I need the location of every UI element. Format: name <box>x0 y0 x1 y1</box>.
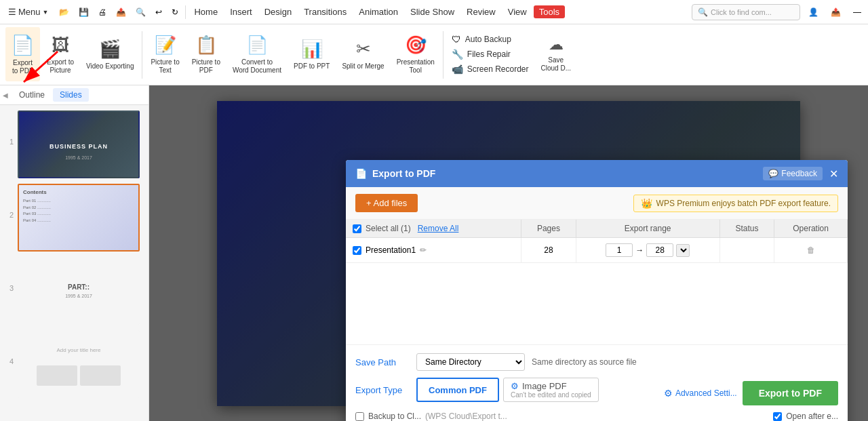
share-btn[interactable]: 📤 <box>827 5 845 20</box>
auto-backup-icon: 🛡 <box>452 34 461 45</box>
menu-review[interactable]: Review <box>461 4 501 20</box>
export-type-options: Common PDF ⚙ Image PDF Can't be edited a… <box>416 378 599 402</box>
files-repair-row[interactable]: 🔧 Files Repair <box>449 47 532 61</box>
slide-num-1: 1 <box>5 111 14 146</box>
auto-backup-row[interactable]: 🛡 Auto Backup <box>449 33 532 46</box>
advanced-label: Advanced Setti... <box>675 388 737 398</box>
open-after-checkbox[interactable] <box>773 412 782 421</box>
screen-recorder-row[interactable]: 📹 Screen Recorder <box>449 62 532 76</box>
col-pages: Pages <box>521 220 576 238</box>
toolbar-video-exporting[interactable]: 🎬 Video Exporting <box>81 27 139 81</box>
status-cell <box>719 238 774 263</box>
file-name-cell: Presentation1 ✏ <box>353 245 514 255</box>
image-pdf-label: Image PDF <box>522 381 567 391</box>
toolbar: 📄 Exportto PDF 🖼 Export toPicture 🎬 Vide… <box>0 24 868 85</box>
minimize-btn[interactable]: — <box>849 5 865 20</box>
slide-item-2[interactable]: 2 Contents Part 01 ............ Part 02 … <box>5 184 143 252</box>
range-to-input[interactable]: 28 <box>646 243 673 257</box>
pres-tool-label: PresentationTool <box>397 58 435 75</box>
export-btn2[interactable]: 📤 <box>112 5 130 20</box>
menu-animation[interactable]: Animation <box>353 4 403 20</box>
slide-item-4[interactable]: 4 Add your title here <box>5 330 143 398</box>
review-btn[interactable]: 🔍 <box>132 5 150 20</box>
pic-to-pdf-label: Picture toPDF <box>192 58 220 75</box>
toolbar-convert-to-word[interactable]: 📄 Convert toWord Document <box>227 27 287 81</box>
feedback-btn[interactable]: 💬 Feedback <box>763 167 823 180</box>
save-path-label: Save Path <box>355 357 410 367</box>
menu-view[interactable]: View <box>502 4 532 20</box>
advanced-settings-btn[interactable]: ⚙ Advanced Setti... <box>664 388 737 399</box>
range-from-input[interactable]: 1 <box>606 243 633 257</box>
add-files-btn[interactable]: + Add files <box>355 194 418 212</box>
image-pdf-gear: ⚙ <box>511 381 519 391</box>
slide-item-3[interactable]: 3 PART:: 1995 & 2017 <box>5 257 143 325</box>
screen-recorder-icon: 📹 <box>452 64 463 75</box>
feedback-label: Feedback <box>781 169 817 178</box>
edit-icon[interactable]: ✏ <box>420 245 427 255</box>
image-pdf-option[interactable]: ⚙ Image PDF Can't be edited and copied <box>503 378 599 402</box>
range-arrow: → <box>635 245 644 255</box>
select-all-checkbox[interactable] <box>353 224 361 233</box>
menu-icon: ☰ <box>8 7 16 17</box>
range-dropdown[interactable]: ▼ <box>676 244 690 257</box>
auto-backup-label: Auto Backup <box>465 35 511 44</box>
file-checkbox[interactable] <box>353 246 361 255</box>
export-pdf-label: Exportto PDF <box>12 59 33 75</box>
common-pdf-btn[interactable]: Common PDF <box>416 378 499 402</box>
save-btn[interactable]: 💾 <box>75 5 93 20</box>
file-pages-cell: 28 <box>521 238 576 263</box>
user-icon-btn[interactable]: 👤 <box>804 5 823 20</box>
pres-tool-icon: 🎯 <box>405 35 427 56</box>
slide-list: 1 BUSINESS PLAN 1995 & 2017 2 Contents P… <box>0 105 149 403</box>
tab-outline[interactable]: Outline <box>12 88 52 102</box>
slide-item-1[interactable]: 1 BUSINESS PLAN 1995 & 2017 <box>5 111 143 178</box>
tab-slides[interactable]: Slides <box>53 88 89 102</box>
menu-chevron-icon: ▼ <box>43 9 49 16</box>
redo-btn[interactable]: ↻ <box>167 5 182 20</box>
table-row: Presentation1 ✏ 28 1 → 28 ▼ <box>346 238 848 263</box>
dialog-title-text: Export to PDF <box>372 168 435 179</box>
export-pdf-icon: 📄 <box>11 34 35 56</box>
export-type-label: Export Type <box>355 385 410 395</box>
remove-all-btn[interactable]: Remove All <box>418 224 459 233</box>
open-after-item: Open after e... <box>773 412 838 421</box>
menu-home[interactable]: Home <box>189 4 223 20</box>
toolbar-picture-to-pdf[interactable]: 📋 Picture toPDF <box>186 27 226 81</box>
menu-insert[interactable]: Insert <box>224 4 258 20</box>
search-box[interactable]: 🔍 Click to find com... <box>692 4 800 20</box>
search-icon: 🔍 <box>698 7 708 17</box>
col-operation: Operation <box>774 220 848 238</box>
slide-panel: ◀ Outline Slides 1 BUSINESS PLAN 1995 & … <box>0 85 149 421</box>
col-status: Status <box>719 220 774 238</box>
toolbar-split-merge[interactable]: ✂ Split or Merge <box>336 27 389 81</box>
backup-checkbox[interactable] <box>355 412 364 421</box>
premium-badge: 👑 WPS Premium enjoys batch PDF export fe… <box>633 195 838 212</box>
close-panel-btn[interactable]: ◀ <box>3 92 8 99</box>
save-path-select[interactable]: Same Directory <box>416 353 525 371</box>
toolbar-save-cloud[interactable]: ☁ SaveCloud D... <box>536 27 576 81</box>
menu-tools[interactable]: Tools <box>534 5 565 18</box>
toolbar-picture-to-text[interactable]: 📝 Picture toText <box>145 27 184 81</box>
menu-transitions[interactable]: Transitions <box>298 4 352 20</box>
toolbar-export-picture[interactable]: 🖼 Export toPicture <box>41 27 79 81</box>
menu-design[interactable]: Design <box>259 4 297 20</box>
dialog-close-btn[interactable]: ✕ <box>829 167 838 180</box>
toolbar-presentation-tool[interactable]: 🎯 PresentationTool <box>391 27 440 81</box>
pic-to-text-icon: 📝 <box>155 35 176 56</box>
slide-num-3: 3 <box>5 257 14 292</box>
slide-thumb-2: Contents Part 01 ............ Part 02 ..… <box>18 184 140 252</box>
toolbar-pdf-to-ppt[interactable]: 📊 PDF to PPT <box>288 27 335 81</box>
menu-slideshow[interactable]: Slide Show <box>405 4 460 20</box>
undo-btn[interactable]: ↩ <box>151 5 166 20</box>
backup-path: (WPS Cloud\Export t... <box>425 412 507 421</box>
delete-btn[interactable]: 🗑 <box>774 238 848 263</box>
add-files-label: + Add files <box>366 198 407 208</box>
print-btn[interactable]: 🖨 <box>94 5 111 20</box>
menu-button[interactable]: ☰ Menu ▼ <box>3 4 54 20</box>
toolbar-export-pdf[interactable]: 📄 Exportto PDF <box>5 27 40 81</box>
open-file-btn[interactable]: 📂 <box>55 5 73 20</box>
export-pdf-btn[interactable]: Export to PDF <box>743 381 838 405</box>
divider-1 <box>185 5 186 19</box>
save-path-info: Same directory as source file <box>532 357 637 367</box>
backup-label: Backup to Cl... <box>368 412 421 421</box>
